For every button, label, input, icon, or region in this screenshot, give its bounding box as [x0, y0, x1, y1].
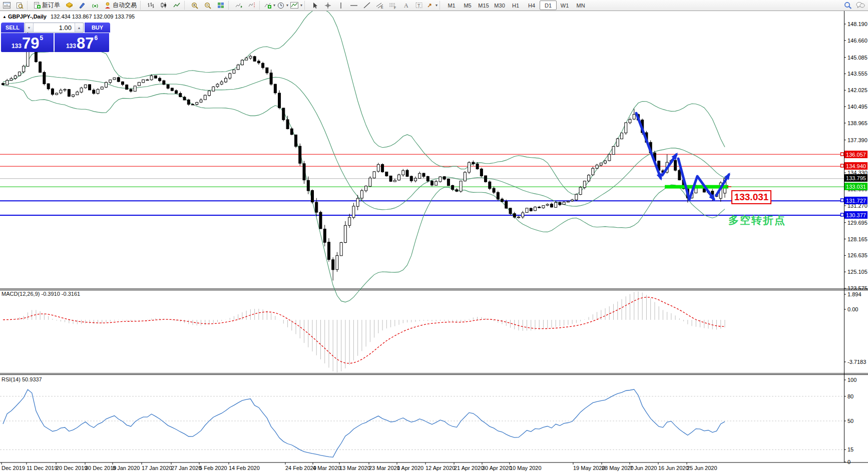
vertical-line-tool-icon[interactable] [334, 1, 347, 10]
svg-text:100: 100 [847, 377, 856, 383]
one-click-trading-widget: SELL ▼ 1.00 ▲ BUY 133 79 5 133 87 6 [1, 23, 110, 52]
toolbar-separator [184, 1, 187, 10]
svg-text:7 Jun 2020: 7 Jun 2020 [630, 465, 657, 471]
price-annotation-box[interactable]: 133.031 [731, 190, 771, 204]
svg-text:125.105: 125.105 [847, 269, 867, 275]
candlestick-chart-icon[interactable] [157, 1, 170, 10]
axis-badge-136.057: 136.057 [844, 151, 867, 158]
new-order-button[interactable]: 新订单 [31, 1, 63, 10]
svg-text:28 May 2020: 28 May 2020 [602, 465, 634, 471]
svg-text:123.575: 123.575 [847, 285, 867, 291]
chart-shift-icon[interactable] [245, 1, 258, 10]
timeframe-MN-button[interactable]: MN [573, 1, 589, 10]
buy-price-sup: 6 [94, 35, 98, 42]
svg-text:14 Feb 2020: 14 Feb 2020 [229, 465, 260, 471]
svg-text:1.894: 1.894 [847, 291, 861, 297]
bar-chart-icon[interactable] [144, 1, 157, 10]
volume-increase-button[interactable]: ▲ [75, 23, 83, 32]
fibonacci-tool-icon[interactable]: F [386, 1, 399, 10]
periods-clock-icon[interactable]: ▾ [276, 1, 289, 10]
templates-icon[interactable]: ▾ [289, 1, 303, 10]
text-tool-icon[interactable]: A [399, 1, 412, 10]
timeframe-H4-button[interactable]: H4 [524, 1, 540, 10]
svg-text:21 Apr 2020: 21 Apr 2020 [454, 465, 484, 471]
label-tool-icon[interactable]: T [412, 1, 425, 10]
symbol-info[interactable]: ▲GBPJPY-,Daily132.434 133.867 132.009 13… [3, 14, 135, 20]
line-chart-icon[interactable] [170, 1, 183, 10]
svg-text:0.00: 0.00 [847, 306, 858, 312]
toolbar-separator [259, 1, 262, 10]
svg-text:Dec 2019: Dec 2019 [2, 465, 25, 471]
mt4-window: 新订单 自动交易 [0, 0, 868, 474]
autotrading-button[interactable]: 自动交易 [102, 1, 139, 10]
svg-text:5 Feb 2020: 5 Feb 2020 [199, 465, 227, 471]
timeframe-M1-button[interactable]: M1 [444, 1, 460, 10]
svg-text:30 Dec 2019: 30 Dec 2019 [85, 465, 116, 471]
search-icon[interactable] [844, 2, 852, 9]
svg-text:143.555: 143.555 [847, 71, 867, 77]
cursor-icon[interactable] [308, 1, 321, 10]
volume-input[interactable]: 1.00 [34, 24, 75, 32]
timeframe-M15-button[interactable]: M15 [476, 1, 492, 10]
svg-text:24 Feb 2020: 24 Feb 2020 [285, 465, 316, 471]
svg-text:146.660: 146.660 [847, 38, 867, 44]
volume-decrease-button[interactable]: ▼ [25, 23, 34, 32]
timeframe-D1-button[interactable]: D1 [540, 1, 557, 10]
axis-badge-134.940: 134.940 [844, 162, 867, 170]
timeframe-H1-button[interactable]: H1 [508, 1, 524, 10]
svg-text:30 Apr 2020: 30 Apr 2020 [482, 465, 512, 471]
print-preview-icon[interactable] [13, 1, 26, 10]
horizontal-line-tool-icon[interactable] [347, 1, 360, 10]
toolbar-separator [440, 1, 443, 10]
sell-price-panel[interactable]: 133 79 5 [1, 33, 54, 52]
svg-text:15: 15 [847, 446, 853, 452]
svg-text:E: E [381, 6, 383, 9]
channel-tool-icon[interactable]: E [373, 1, 386, 10]
svg-text:145.085: 145.085 [847, 55, 867, 61]
svg-text:16 Jun 2020: 16 Jun 2020 [658, 465, 689, 471]
buy-price-panel[interactable]: 133 87 6 [55, 33, 109, 52]
sell-button[interactable]: SELL [1, 23, 24, 33]
symbol-ohlc: 132.434 133.867 132.009 133.795 [51, 14, 135, 20]
svg-text:8 Jan 2020: 8 Jan 2020 [113, 465, 140, 471]
timeframe-W1-button[interactable]: W1 [557, 1, 573, 10]
autotrading-label: 自动交易 [113, 1, 137, 10]
toolbar-separator [228, 1, 231, 10]
svg-text:80: 80 [847, 393, 853, 399]
svg-text:20 Dec 2019: 20 Dec 2019 [56, 465, 87, 471]
one-click-expander-icon[interactable]: ▲ [3, 15, 7, 19]
axis-badge-131.727: 131.727 [844, 197, 867, 204]
chat-icon[interactable] [856, 2, 865, 9]
axis-badge-133.031: 133.031 [844, 183, 867, 190]
toolbar: 新订单 自动交易 [0, 0, 868, 11]
svg-text:10 May 2020: 10 May 2020 [510, 465, 542, 471]
svg-text:F: F [394, 6, 396, 9]
arrows-caret-icon: ▾ [436, 3, 438, 8]
svg-text:19 May 2020: 19 May 2020 [573, 465, 605, 471]
macd-label: MACD(12,26,9) -0.3910 -0.3161 [2, 291, 80, 297]
svg-text:11 Dec 2019: 11 Dec 2019 [27, 465, 58, 471]
turning-point-annotation[interactable]: 多空转折点 [728, 213, 786, 227]
charts-profile-icon[interactable] [0, 1, 13, 10]
timeframe-M5-button[interactable]: M5 [460, 1, 476, 10]
svg-text:A: A [404, 2, 408, 9]
history-center-icon[interactable] [63, 1, 76, 10]
svg-text:142.025: 142.025 [847, 87, 867, 93]
timeframe-M30-button[interactable]: M30 [492, 1, 508, 10]
arrows-tool-icon[interactable]: ▾ [425, 1, 439, 10]
signals-icon[interactable] [89, 1, 102, 10]
crosshair-icon[interactable] [321, 1, 334, 10]
buy-price-main: 87 [77, 37, 94, 51]
tile-windows-icon[interactable] [214, 1, 227, 10]
zoom-out-icon[interactable] [201, 1, 214, 10]
trendline-tool-icon[interactable] [360, 1, 373, 10]
zoom-in-icon[interactable] [188, 1, 201, 10]
svg-text:12 Apr 2020: 12 Apr 2020 [425, 465, 455, 471]
news-icon[interactable] [76, 1, 89, 10]
svg-text:129.695: 129.695 [847, 220, 867, 226]
chart-svg: 148.190146.660145.085143.555142.025140.4… [0, 11, 868, 474]
buy-button[interactable]: BUY [85, 23, 110, 33]
indicators-icon[interactable]: ▾ [263, 1, 276, 10]
auto-scroll-icon[interactable] [232, 1, 245, 10]
chart-canvas[interactable]: 148.190146.660145.085143.555142.025140.4… [0, 11, 868, 474]
